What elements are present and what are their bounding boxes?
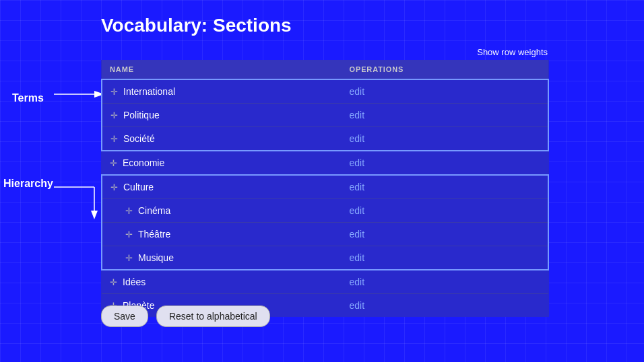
table-row: ✛Sociétéedit (102, 127, 548, 151)
cell-name-societe: ✛Société (102, 127, 341, 151)
edit-link-international[interactable]: edit (349, 86, 364, 97)
drag-icon[interactable]: ✛ (110, 134, 118, 144)
row-name-theatre: Théâtre (138, 229, 170, 240)
edit-link-cinema[interactable]: edit (349, 205, 364, 216)
cell-name-international: ✛International (102, 79, 341, 104)
edit-link-planete[interactable]: edit (349, 300, 364, 311)
table-header-row: NAME OPERATIONS (102, 60, 548, 79)
edit-link-idees[interactable]: edit (349, 277, 364, 287)
cell-name-culture: ✛Culture (102, 175, 341, 199)
vocabulary-table-container: Show row weights NAME OPERATIONS ✛Intern… (101, 47, 549, 317)
cell-ops-planete: edit (341, 294, 548, 318)
cell-name-idees: ✛Idées (102, 270, 341, 294)
col-header-name: NAME (102, 60, 341, 79)
edit-link-musique[interactable]: edit (349, 252, 364, 263)
edit-link-politique[interactable]: edit (349, 110, 364, 120)
cell-ops-economie: edit (341, 151, 548, 175)
cell-ops-politique: edit (341, 104, 548, 127)
cell-ops-cinema: edit (341, 199, 548, 223)
cell-name-cinema: ✛Cinéma (102, 199, 341, 223)
drag-icon[interactable]: ✛ (125, 206, 133, 216)
row-name-cinema: Cinéma (138, 205, 170, 216)
terms-label: Terms (12, 92, 44, 104)
drag-icon[interactable]: ✛ (110, 158, 117, 168)
cell-ops-societe: edit (341, 127, 548, 151)
drag-icon[interactable]: ✛ (110, 87, 118, 97)
edit-link-societe[interactable]: edit (349, 133, 364, 144)
page-title: Vocabulary: Sections (0, 0, 644, 47)
row-name-culture: Culture (123, 182, 154, 192)
row-name-economie: Economie (123, 157, 164, 168)
row-name-musique: Musique (138, 252, 174, 263)
col-header-operations: OPERATIONS (341, 60, 548, 79)
hierarchy-label: Hierarchy (3, 178, 53, 190)
drag-icon[interactable]: ✛ (110, 182, 118, 192)
table-row: ✛Economieedit (102, 151, 548, 175)
vocabulary-table: NAME OPERATIONS ✛Internationaledit✛Polit… (101, 60, 549, 317)
row-name-politique: Politique (123, 110, 160, 120)
edit-link-theatre[interactable]: edit (349, 229, 364, 240)
cell-name-theatre: ✛Théâtre (102, 223, 341, 246)
svg-marker-4 (91, 211, 98, 219)
drag-icon[interactable]: ✛ (110, 277, 117, 287)
cell-name-economie: ✛Economie (102, 151, 341, 175)
table-row: ✛Idéesedit (102, 270, 548, 294)
table-row: ✛Internationaledit (102, 79, 548, 104)
cell-ops-musique: edit (341, 246, 548, 270)
cell-ops-culture: edit (341, 175, 548, 199)
reset-button[interactable]: Reset to alphabetical (156, 305, 270, 327)
drag-icon[interactable]: ✛ (125, 253, 133, 263)
cell-name-musique: ✛Musique (102, 246, 341, 270)
terms-arrow (54, 87, 108, 108)
row-name-idees: Idées (123, 277, 146, 287)
table-row: ✛Cinémaedit (102, 199, 548, 223)
show-row-weights-link[interactable]: Show row weights (101, 47, 549, 57)
edit-link-economie[interactable]: edit (349, 157, 364, 168)
drag-icon[interactable]: ✛ (125, 229, 133, 240)
row-name-societe: Société (123, 133, 155, 144)
main-content: Vocabulary: Sections Terms Hierarchy Sho… (0, 0, 644, 362)
drag-icon[interactable]: ✛ (110, 110, 118, 120)
cell-ops-idees: edit (341, 270, 548, 294)
cell-name-politique: ✛Politique (102, 104, 341, 127)
edit-link-culture[interactable]: edit (349, 182, 364, 192)
row-name-international: International (123, 86, 175, 97)
save-button[interactable]: Save (101, 305, 148, 327)
table-row: ✛Théâtreedit (102, 223, 548, 246)
cell-ops-theatre: edit (341, 223, 548, 246)
buttons-row: Save Reset to alphabetical (101, 305, 270, 327)
table-row: ✛Cultureedit (102, 175, 548, 199)
cell-ops-international: edit (341, 79, 548, 104)
table-row: ✛Musiqueedit (102, 246, 548, 270)
table-row: ✛Politiqueedit (102, 104, 548, 127)
